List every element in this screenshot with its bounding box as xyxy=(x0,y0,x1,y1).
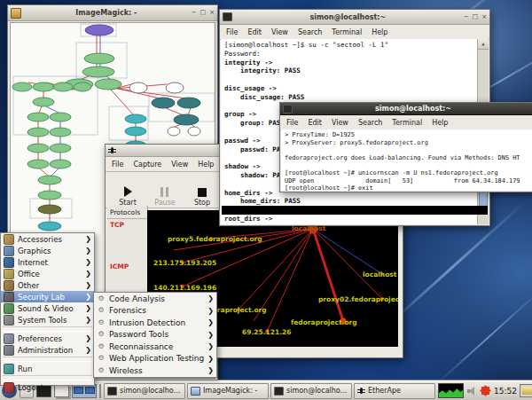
update-alert-icon[interactable] xyxy=(480,385,491,396)
graph-node xyxy=(12,82,32,91)
menu-item-system-tools[interactable]: System Tools❯ xyxy=(1,314,94,325)
scroll-up-icon[interactable]: ▲ xyxy=(478,39,489,50)
terminal-line: UDP open domain[ 53] from 64.34.184.179 xyxy=(285,177,520,185)
volume-icon[interactable] xyxy=(466,386,477,396)
graph-node xyxy=(177,98,200,108)
host-label-69-25-121-26[interactable]: 69.25.121.26 xyxy=(242,328,292,336)
submenu-arrow-icon: ❯ xyxy=(207,366,214,374)
menu-terminal[interactable]: Terminal xyxy=(392,119,422,127)
graph-node xyxy=(168,127,180,136)
imagemagick-titlebar[interactable]: ImageMagick: - − □ × xyxy=(8,5,217,21)
menu-item-other[interactable]: Other❯ xyxy=(1,279,94,291)
protocols-header[interactable]: Protocols xyxy=(107,206,147,219)
menu-help[interactable]: Help xyxy=(372,28,387,36)
submenu-item-reconnaissance[interactable]: ⚙Reconnaissance❯ xyxy=(94,341,216,353)
terminal1-title: simon@localhost:~ xyxy=(236,13,460,21)
etherape-bug-icon xyxy=(108,146,116,154)
taskbar-button-imagemagick[interactable]: ImageMagick: - xyxy=(187,383,269,399)
terminal2-output[interactable]: > ProxyTime: D=1925> ProxyServer: proxy5… xyxy=(281,129,532,191)
submenu-arrow-icon: ❯ xyxy=(207,294,214,302)
submenu-item-web-application-testing[interactable]: ⚙Web Application Testing❯ xyxy=(94,353,216,365)
menu-search[interactable]: Search xyxy=(298,28,322,36)
menu-item-label: Graphics xyxy=(18,247,82,255)
traffic-link xyxy=(313,229,343,321)
taskbar-button-simon-localho[interactable]: simon@localho... xyxy=(104,383,185,399)
gear-icon: ⚙ xyxy=(97,318,106,327)
display-settings-icon[interactable] xyxy=(520,384,532,397)
host-label-proxy02-fedoraproject-org[interactable]: proxy02.fedoraproject.org xyxy=(318,295,398,303)
graph-node xyxy=(50,128,71,137)
menu-file[interactable]: File xyxy=(286,119,298,127)
submenu-item-forensics[interactable]: ⚙Forensics❯ xyxy=(94,305,216,318)
stop-button[interactable]: Stop xyxy=(185,176,219,207)
menu-separator xyxy=(3,375,92,380)
terminal2-title: simon@localhost:~ xyxy=(296,105,530,113)
protocol-icmp[interactable]: ICMP xyxy=(107,261,147,272)
graph-edge xyxy=(39,106,42,113)
menu-item-graphics[interactable]: Graphics❯ xyxy=(1,245,94,256)
submenu-item-label: Intrusion Detection xyxy=(109,318,204,327)
menu-capture[interactable]: Capture xyxy=(133,161,161,169)
menu-item-run[interactable]: Run xyxy=(1,363,94,374)
menu-edit[interactable]: Edit xyxy=(247,28,262,36)
terminal-line: integrity: PASS xyxy=(224,67,476,75)
menu-item-label: Preferences xyxy=(18,334,82,343)
menu-view[interactable]: View xyxy=(171,161,188,169)
menu-item-label: Accessories xyxy=(18,235,82,244)
host-label-proxy5-fedoraproject-org[interactable]: proxy5.fedoraproject.org xyxy=(168,235,262,243)
pause-button: Pause xyxy=(148,176,182,207)
graph-edge xyxy=(82,76,89,79)
maximize-icon[interactable]: □ xyxy=(473,14,479,20)
workspace-2[interactable] xyxy=(99,384,101,398)
menu-item-logout[interactable]: Logout xyxy=(1,381,94,393)
menu-file[interactable]: File xyxy=(112,161,123,169)
menu-help[interactable]: Help xyxy=(198,161,214,169)
minimize-icon[interactable]: − xyxy=(192,10,197,16)
menu-search[interactable]: Search xyxy=(358,119,382,127)
menu-item-sound-video[interactable]: Sound & Video❯ xyxy=(1,302,94,314)
graph-node xyxy=(152,98,175,108)
graph-node xyxy=(27,128,49,137)
host-label-140-211-169-196[interactable]: 140.211.169.196 xyxy=(153,284,216,292)
host-label-fedoraproject-org[interactable]: fedoraproject.org xyxy=(291,318,357,326)
menu-item-preferences[interactable]: Preferences❯ xyxy=(1,333,94,344)
submenu-item-intrusion-detection[interactable]: ⚙Intrusion Detection❯ xyxy=(94,317,216,329)
host-label-213-175-193-205[interactable]: 213.175.193.205 xyxy=(153,259,216,267)
close-icon[interactable]: × xyxy=(481,14,487,20)
cpu-monitor-icon[interactable] xyxy=(438,383,464,398)
menu-help[interactable]: Help xyxy=(432,119,448,127)
internet-icon xyxy=(4,257,14,268)
menu-file[interactable]: File xyxy=(226,28,238,36)
menu-edit[interactable]: Edit xyxy=(308,119,322,127)
menu-terminal[interactable]: Terminal xyxy=(332,28,362,36)
menu-item-office[interactable]: Office❯ xyxy=(1,268,94,279)
submenu-item-password-tools[interactable]: ⚙Password Tools❯ xyxy=(94,329,216,341)
close-icon[interactable]: × xyxy=(209,10,215,16)
terminal1-titlebar[interactable]: simon@localhost:~ − □ × xyxy=(220,10,489,25)
maximize-icon[interactable]: □ xyxy=(200,10,207,16)
menu-view[interactable]: View xyxy=(271,28,288,36)
menu-item-security-lab[interactable]: Security Lab❯ xyxy=(1,291,94,302)
terminal2-titlebar[interactable]: simon@localhost:~ xyxy=(280,103,532,115)
office-icon xyxy=(4,269,14,279)
minimize-icon[interactable]: − xyxy=(464,14,469,20)
menu-item-internet[interactable]: Internet❯ xyxy=(1,256,94,268)
terminal-line: Password: xyxy=(224,50,476,59)
submenu-item-label: Forensics xyxy=(109,306,204,315)
menu-view[interactable]: View xyxy=(332,119,348,127)
start-button[interactable]: Start xyxy=(111,176,145,207)
menu-item-label: Sound & Video xyxy=(18,304,82,313)
clock[interactable]: 15:52 xyxy=(494,387,517,396)
menu-item-label: Logout xyxy=(18,383,91,392)
submenu-item-code-analysis[interactable]: ⚙Code Analysis❯ xyxy=(94,293,216,305)
protocol-tcp[interactable]: TCP xyxy=(107,219,147,231)
graph-node xyxy=(125,127,146,136)
terminal-icon xyxy=(274,387,284,396)
taskbar-button-simon-localho[interactable]: simon@localho... xyxy=(270,383,352,399)
submenu-item-wireless[interactable]: ⚙Wireless❯ xyxy=(94,365,216,377)
taskbar-button-etherape[interactable]: EtherApe xyxy=(354,383,435,399)
terminal-line: [simon@localhost ~]$ su -c "sectool -L 1… xyxy=(224,41,476,50)
menu-item-administration[interactable]: Administration❯ xyxy=(1,344,94,356)
host-label-localhost[interactable]: localhost xyxy=(363,271,396,278)
menu-item-accessories[interactable]: Accessories❯ xyxy=(1,233,94,245)
